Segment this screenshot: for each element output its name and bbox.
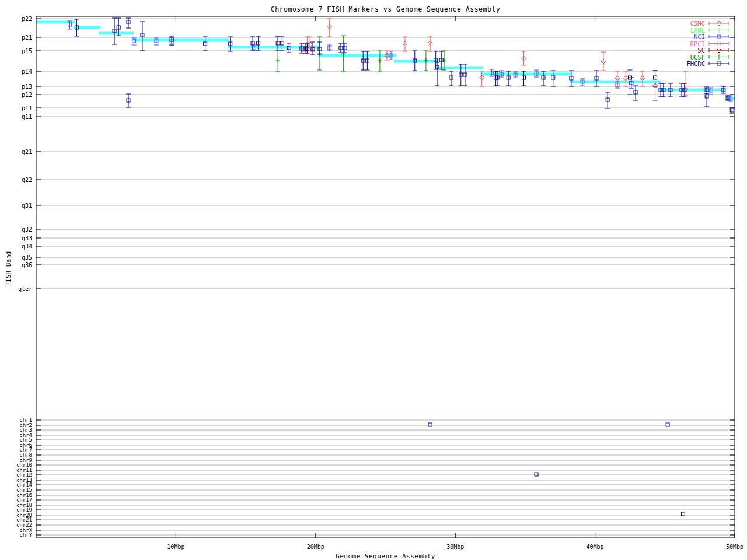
- point-marker: [666, 423, 669, 426]
- band-tick-label: p15: [22, 48, 32, 54]
- band-tick-label: p11: [22, 105, 32, 111]
- x-tick-label: 30Mbp: [446, 544, 464, 550]
- x-tick-label: 40Mbp: [587, 544, 604, 550]
- legend-label: NCI: [694, 33, 705, 40]
- band-tick-label: p13: [22, 83, 32, 90]
- band-tick-label: p22: [22, 16, 32, 22]
- x-tick-label: 20Mbp: [307, 544, 324, 550]
- legend-label: SC: [697, 47, 705, 54]
- legend-label: CSMC: [690, 20, 705, 27]
- series-fhcrc: [74, 18, 734, 516]
- chart-canvas: p22p21p15p14p13p12p11q11q21q22q31q32q33q…: [0, 0, 747, 560]
- legend-entry: LANL: [690, 27, 729, 34]
- legend-entry: SC: [697, 47, 729, 54]
- legend-label: LANL: [690, 27, 705, 34]
- legend-entry: FHCRC: [686, 60, 729, 67]
- band-tick-label: qter: [18, 286, 32, 292]
- x-tick-label: 50Mbp: [726, 544, 743, 550]
- band-tick-label: q21: [22, 149, 32, 155]
- legend-entry: RPCI: [690, 40, 729, 47]
- gridlines: [36, 19, 735, 535]
- band-tick-label: q33: [22, 235, 32, 242]
- legend-entry: UCSF: [690, 54, 729, 61]
- y-axis-label: FISH Band: [5, 240, 12, 298]
- point-marker: [535, 473, 538, 476]
- band-tick-label: q32: [22, 226, 32, 233]
- chr-tick-label: chrY: [19, 532, 32, 538]
- legend-entry: CSMC: [690, 20, 729, 27]
- band-tick-label: q11: [22, 114, 32, 120]
- band-tick-label: q35: [22, 254, 32, 261]
- band-tick-label: q36: [22, 262, 32, 268]
- legend-label: UCSF: [690, 54, 705, 61]
- band-tick-label: q31: [22, 202, 32, 209]
- band-tick-label: p12: [22, 92, 32, 98]
- band-tick-label: q34: [22, 243, 32, 250]
- series-ucsf: [275, 36, 446, 72]
- point-marker: [428, 423, 432, 426]
- band-tick-label: q22: [22, 177, 32, 183]
- chart-title: Chromosome 7 FISH Markers vs Genome Sequ…: [36, 5, 735, 13]
- legend-entry: NCI: [694, 33, 729, 40]
- legend-label: FHCRC: [686, 60, 705, 67]
- x-axis-label: Genome Sequence Assembly: [36, 552, 735, 560]
- legend: CSMCLANLNCIRPCISCUCSFFHCRC: [686, 20, 729, 67]
- band-tick-label: p21: [22, 34, 32, 41]
- fish-marker-chart: p22p21p15p14p13p12p11q11q21q22q31q32q33q…: [0, 0, 747, 560]
- legend-label: RPCI: [690, 40, 705, 47]
- x-tick-label: 10Mbp: [167, 544, 184, 550]
- band-tick-label: p14: [22, 68, 32, 75]
